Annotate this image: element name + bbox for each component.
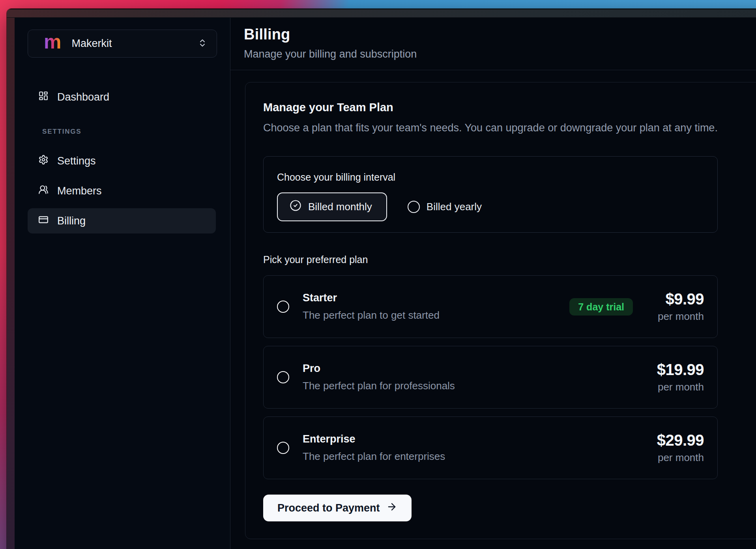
plan-price: $29.99 [657, 432, 704, 448]
window-titlebar [7, 9, 756, 18]
team-name: Makerkit [71, 37, 187, 50]
sidebar-item-members[interactable]: Members [28, 178, 216, 204]
radio-icon [408, 201, 420, 213]
gear-icon [38, 155, 49, 168]
plan-price: $19.99 [657, 362, 704, 377]
circle-check-icon [290, 200, 301, 214]
sidebar-section-label: SETTINGS [42, 128, 230, 136]
plan-name: Enterprise [303, 433, 445, 445]
sidebar-item-label: Dashboard [57, 91, 109, 103]
page-subtitle: Manage your billing and subscription [244, 48, 756, 60]
billed-yearly-option[interactable]: Billed yearly [408, 201, 482, 213]
card-title: Manage your Team Plan [263, 101, 752, 114]
sidebar-nav: Dashboard SETTINGS Settings [28, 84, 230, 233]
plan-period: per month [658, 452, 704, 464]
plan-name: Pro [303, 362, 455, 375]
plan-row-starter[interactable]: Starter The perfect plan to get started … [263, 275, 718, 338]
proceed-to-payment-button[interactable]: Proceed to Payment [263, 495, 412, 521]
sidebar: m Makerkit Dashboard SETTINGS [15, 18, 230, 549]
dashboard-icon [38, 91, 49, 104]
interval-label: Choose your billing interval [277, 172, 717, 183]
trial-badge: 7 day trial [569, 298, 633, 316]
plan-description: The perfect plan to get started [303, 309, 440, 321]
billing-interval-group: Choose your billing interval Billed mont… [263, 156, 718, 233]
radio-icon[interactable] [277, 301, 289, 313]
page-header: Billing Manage your billing and subscrip… [230, 18, 756, 70]
makerkit-logo: m [44, 33, 61, 51]
card-description: Choose a plan that fits your team's need… [263, 122, 752, 134]
radio-icon[interactable] [277, 371, 289, 383]
plan-period: per month [658, 310, 704, 323]
radio-icon[interactable] [277, 442, 289, 454]
billed-monthly-option[interactable]: Billed monthly [277, 192, 387, 221]
interval-option-label: Billed monthly [308, 201, 372, 213]
sidebar-item-label: Settings [57, 155, 96, 167]
users-icon [38, 185, 49, 198]
plan-row-enterprise[interactable]: Enterprise The perfect plan for enterpri… [263, 416, 718, 479]
team-plan-card: Manage your Team Plan Choose a plan that… [245, 82, 756, 539]
app-window: m Makerkit Dashboard SETTINGS [7, 9, 756, 549]
interval-option-label: Billed yearly [427, 201, 482, 213]
plan-period: per month [658, 381, 704, 393]
sidebar-item-settings[interactable]: Settings [28, 148, 216, 174]
plan-description: The perfect plan for enterprises [303, 450, 445, 463]
window-left-edge [7, 18, 15, 549]
credit-card-icon [38, 215, 49, 228]
sidebar-item-label: Members [57, 185, 102, 197]
plans-label: Pick your preferred plan [263, 254, 752, 265]
plan-price: $9.99 [665, 291, 704, 307]
arrow-right-icon [386, 501, 397, 515]
chevrons-up-down-icon [198, 38, 207, 49]
main-content: Billing Manage your billing and subscrip… [230, 18, 756, 549]
sidebar-item-label: Billing [57, 215, 86, 227]
sidebar-item-billing[interactable]: Billing [28, 208, 216, 233]
desktop: m Makerkit Dashboard SETTINGS [0, 0, 756, 549]
plan-description: The perfect plan for professionals [303, 380, 455, 392]
sidebar-item-dashboard[interactable]: Dashboard [28, 84, 216, 110]
team-selector[interactable]: m Makerkit [28, 30, 217, 58]
cta-label: Proceed to Payment [277, 502, 380, 514]
page-title: Billing [244, 26, 756, 43]
plan-row-pro[interactable]: Pro The perfect plan for professionals $… [263, 346, 718, 409]
plan-name: Starter [303, 292, 440, 304]
